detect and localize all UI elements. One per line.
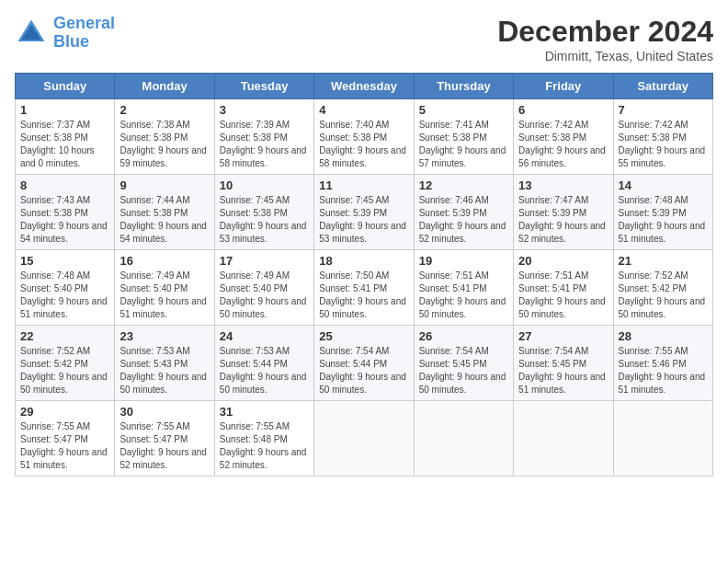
day-number: 11 — [319, 178, 408, 192]
calendar-cell: 27 Sunrise: 7:54 AM Sunset: 5:45 PM Dayl… — [514, 326, 613, 401]
day-number: 29 — [20, 405, 109, 419]
calendar-cell: 19 Sunrise: 7:51 AM Sunset: 5:41 PM Dayl… — [414, 250, 513, 326]
calendar-cell: 12 Sunrise: 7:46 AM Sunset: 5:39 PM Dayl… — [414, 175, 513, 250]
calendar-cell: 23 Sunrise: 7:53 AM Sunset: 5:43 PM Dayl… — [115, 326, 214, 401]
calendar-cell: 28 Sunrise: 7:55 AM Sunset: 5:46 PM Dayl… — [613, 326, 712, 401]
calendar-cell: 16 Sunrise: 7:49 AM Sunset: 5:40 PM Dayl… — [115, 250, 214, 326]
day-number: 19 — [419, 254, 508, 268]
calendar-cell: 9 Sunrise: 7:44 AM Sunset: 5:38 PM Dayli… — [115, 175, 214, 250]
week-row-4: 22 Sunrise: 7:52 AM Sunset: 5:42 PM Dayl… — [16, 326, 713, 401]
day-number: 26 — [419, 329, 508, 343]
calendar-header-row: SundayMondayTuesdayWednesdayThursdayFrid… — [16, 74, 713, 99]
day-info: Sunrise: 7:52 AM Sunset: 5:42 PM Dayligh… — [20, 345, 109, 396]
header-saturday: Saturday — [613, 74, 712, 99]
week-row-3: 15 Sunrise: 7:48 AM Sunset: 5:40 PM Dayl… — [16, 250, 713, 326]
day-info: Sunrise: 7:47 AM Sunset: 5:39 PM Dayligh… — [518, 194, 608, 246]
header-sunday: Sunday — [16, 74, 115, 99]
calendar-cell — [514, 401, 613, 477]
day-number: 7 — [619, 103, 708, 117]
day-number: 16 — [119, 254, 209, 268]
day-info: Sunrise: 7:48 AM Sunset: 5:39 PM Dayligh… — [619, 194, 708, 246]
day-number: 1 — [20, 103, 109, 117]
calendar-cell: 11 Sunrise: 7:45 AM Sunset: 5:39 PM Dayl… — [314, 175, 414, 250]
day-number: 15 — [20, 254, 109, 268]
calendar-cell: 20 Sunrise: 7:51 AM Sunset: 5:41 PM Dayl… — [514, 250, 613, 326]
logo-line2: Blue — [53, 32, 89, 51]
day-info: Sunrise: 7:43 AM Sunset: 5:38 PM Dayligh… — [20, 194, 109, 246]
logo-icon — [15, 17, 48, 50]
header-monday: Monday — [115, 74, 214, 99]
day-info: Sunrise: 7:54 AM Sunset: 5:45 PM Dayligh… — [518, 345, 608, 396]
day-info: Sunrise: 7:51 AM Sunset: 5:41 PM Dayligh… — [518, 270, 608, 321]
day-number: 25 — [319, 329, 408, 343]
day-info: Sunrise: 7:55 AM Sunset: 5:46 PM Dayligh… — [619, 345, 708, 396]
day-number: 20 — [518, 254, 608, 268]
calendar-cell: 4 Sunrise: 7:40 AM Sunset: 5:38 PM Dayli… — [314, 99, 414, 175]
day-info: Sunrise: 7:52 AM Sunset: 5:42 PM Dayligh… — [619, 270, 708, 321]
day-info: Sunrise: 7:55 AM Sunset: 5:47 PM Dayligh… — [20, 420, 109, 472]
day-info: Sunrise: 7:48 AM Sunset: 5:40 PM Dayligh… — [20, 270, 109, 321]
week-row-5: 29 Sunrise: 7:55 AM Sunset: 5:47 PM Dayl… — [16, 401, 713, 477]
calendar-cell: 7 Sunrise: 7:42 AM Sunset: 5:38 PM Dayli… — [613, 99, 712, 175]
header-wednesday: Wednesday — [314, 74, 414, 99]
header-thursday: Thursday — [414, 74, 513, 99]
calendar-cell: 14 Sunrise: 7:48 AM Sunset: 5:39 PM Dayl… — [613, 175, 712, 250]
calendar-cell — [613, 401, 712, 477]
calendar-cell: 22 Sunrise: 7:52 AM Sunset: 5:42 PM Dayl… — [16, 326, 115, 401]
day-info: Sunrise: 7:51 AM Sunset: 5:41 PM Dayligh… — [419, 270, 508, 321]
day-number: 17 — [220, 254, 309, 268]
day-number: 10 — [220, 178, 309, 192]
calendar-cell: 17 Sunrise: 7:49 AM Sunset: 5:40 PM Dayl… — [214, 250, 313, 326]
calendar-cell: 24 Sunrise: 7:53 AM Sunset: 5:44 PM Dayl… — [214, 326, 313, 401]
day-info: Sunrise: 7:53 AM Sunset: 5:44 PM Dayligh… — [220, 345, 309, 396]
day-info: Sunrise: 7:42 AM Sunset: 5:38 PM Dayligh… — [619, 119, 708, 170]
day-info: Sunrise: 7:41 AM Sunset: 5:38 PM Dayligh… — [419, 119, 508, 170]
calendar-cell: 5 Sunrise: 7:41 AM Sunset: 5:38 PM Dayli… — [414, 99, 513, 175]
calendar-cell: 10 Sunrise: 7:45 AM Sunset: 5:38 PM Dayl… — [214, 175, 313, 250]
day-number: 2 — [119, 103, 209, 117]
day-number: 18 — [319, 254, 408, 268]
day-info: Sunrise: 7:45 AM Sunset: 5:39 PM Dayligh… — [319, 194, 408, 246]
day-number: 5 — [419, 103, 508, 117]
day-number: 14 — [619, 178, 708, 192]
day-info: Sunrise: 7:55 AM Sunset: 5:48 PM Dayligh… — [220, 420, 309, 472]
calendar-cell: 31 Sunrise: 7:55 AM Sunset: 5:48 PM Dayl… — [214, 401, 313, 477]
calendar-cell: 6 Sunrise: 7:42 AM Sunset: 5:38 PM Dayli… — [514, 99, 613, 175]
day-info: Sunrise: 7:49 AM Sunset: 5:40 PM Dayligh… — [220, 270, 309, 321]
day-number: 30 — [119, 405, 209, 419]
day-info: Sunrise: 7:42 AM Sunset: 5:38 PM Dayligh… — [518, 119, 608, 170]
calendar-table: SundayMondayTuesdayWednesdayThursdayFrid… — [15, 73, 713, 477]
location: Dimmitt, Texas, United States — [497, 49, 713, 63]
calendar-cell: 13 Sunrise: 7:47 AM Sunset: 5:39 PM Dayl… — [514, 175, 613, 250]
calendar-cell: 21 Sunrise: 7:52 AM Sunset: 5:42 PM Dayl… — [613, 250, 712, 326]
page-header: General Blue December 2024 Dimmitt, Texa… — [15, 15, 713, 63]
calendar-cell: 2 Sunrise: 7:38 AM Sunset: 5:38 PM Dayli… — [115, 99, 214, 175]
day-info: Sunrise: 7:54 AM Sunset: 5:44 PM Dayligh… — [319, 345, 408, 396]
day-info: Sunrise: 7:45 AM Sunset: 5:38 PM Dayligh… — [220, 194, 309, 246]
day-number: 21 — [619, 254, 708, 268]
header-friday: Friday — [514, 74, 613, 99]
calendar-cell: 8 Sunrise: 7:43 AM Sunset: 5:38 PM Dayli… — [16, 175, 115, 250]
logo: General Blue — [15, 15, 115, 52]
day-info: Sunrise: 7:53 AM Sunset: 5:43 PM Dayligh… — [119, 345, 209, 396]
day-info: Sunrise: 7:39 AM Sunset: 5:38 PM Dayligh… — [220, 119, 309, 170]
day-number: 27 — [518, 329, 608, 343]
day-info: Sunrise: 7:49 AM Sunset: 5:40 PM Dayligh… — [119, 270, 209, 321]
calendar-cell: 25 Sunrise: 7:54 AM Sunset: 5:44 PM Dayl… — [314, 326, 414, 401]
logo-line1: General — [53, 14, 115, 32]
day-info: Sunrise: 7:40 AM Sunset: 5:38 PM Dayligh… — [319, 119, 408, 170]
calendar-cell: 1 Sunrise: 7:37 AM Sunset: 5:38 PM Dayli… — [16, 99, 115, 175]
calendar-cell: 3 Sunrise: 7:39 AM Sunset: 5:38 PM Dayli… — [214, 99, 313, 175]
day-info: Sunrise: 7:37 AM Sunset: 5:38 PM Dayligh… — [20, 119, 109, 170]
day-number: 9 — [119, 178, 209, 192]
title-block: December 2024 Dimmitt, Texas, United Sta… — [497, 15, 713, 63]
day-number: 13 — [518, 178, 608, 192]
calendar-cell — [414, 401, 513, 477]
calendar-cell: 18 Sunrise: 7:50 AM Sunset: 5:41 PM Dayl… — [314, 250, 414, 326]
day-number: 28 — [619, 329, 708, 343]
day-info: Sunrise: 7:38 AM Sunset: 5:38 PM Dayligh… — [119, 119, 209, 170]
day-info: Sunrise: 7:46 AM Sunset: 5:39 PM Dayligh… — [419, 194, 508, 246]
day-number: 24 — [220, 329, 309, 343]
week-row-1: 1 Sunrise: 7:37 AM Sunset: 5:38 PM Dayli… — [16, 99, 713, 175]
day-info: Sunrise: 7:44 AM Sunset: 5:38 PM Dayligh… — [119, 194, 209, 246]
